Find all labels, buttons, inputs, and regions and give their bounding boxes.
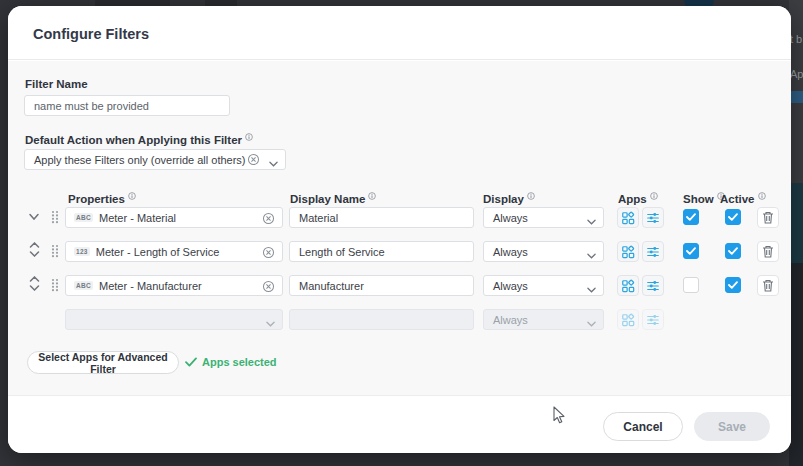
display-select[interactable]: Always bbox=[483, 207, 604, 228]
info-icon bbox=[650, 192, 658, 200]
chevron-down-icon bbox=[266, 317, 275, 329]
apps-selected-status: Apps selected bbox=[185, 356, 277, 368]
property-input[interactable]: ABC Meter - Manufacturer bbox=[65, 275, 283, 296]
property-input[interactable]: ABC Meter - Material bbox=[65, 207, 283, 228]
drag-handle-icon[interactable] bbox=[51, 210, 59, 224]
modal-header: Configure Filters bbox=[8, 6, 791, 60]
background-chip bbox=[790, 91, 803, 103]
check-icon bbox=[185, 357, 197, 367]
display-name-input-disabled bbox=[289, 309, 474, 330]
default-action-value: Apply these Filters only (override all o… bbox=[25, 154, 246, 166]
default-action-select[interactable]: Apply these Filters only (override all o… bbox=[24, 149, 286, 170]
clear-icon[interactable] bbox=[262, 212, 275, 225]
chevron-down-icon[interactable] bbox=[587, 249, 596, 261]
filter-name-value: name must be provided bbox=[25, 100, 149, 112]
info-icon bbox=[527, 192, 535, 200]
delete-row-button[interactable] bbox=[757, 241, 779, 262]
clear-icon[interactable] bbox=[262, 246, 275, 259]
display-name-value: Manufacturer bbox=[290, 280, 364, 292]
property-select-disabled bbox=[65, 309, 283, 330]
show-checkbox[interactable] bbox=[683, 277, 699, 293]
display-name-input[interactable]: Length of Service bbox=[289, 241, 474, 262]
type-badge: ABC bbox=[74, 281, 93, 290]
background-text-fragment: Ap bbox=[790, 68, 803, 80]
modal-body: Filter Name name must be provided Defaul… bbox=[8, 61, 791, 395]
active-checkbox[interactable] bbox=[725, 277, 741, 293]
configure-filters-modal: Configure Filters Filter Name name must … bbox=[8, 6, 791, 453]
sort-updown-icon[interactable] bbox=[29, 276, 40, 291]
display-select-disabled: Always bbox=[483, 309, 604, 330]
apps-icon-button[interactable] bbox=[617, 275, 639, 296]
delete-row-button[interactable] bbox=[757, 275, 779, 296]
advanced-filter-sliders-icon-button[interactable] bbox=[642, 241, 664, 262]
filter-name-input[interactable]: name must be provided bbox=[24, 95, 230, 116]
display-name-value: Material bbox=[290, 212, 338, 224]
modal-title: Configure Filters bbox=[33, 26, 149, 42]
advanced-filter-sliders-icon-button bbox=[642, 309, 664, 330]
chevron-down-icon[interactable] bbox=[587, 283, 596, 295]
drag-handle-icon[interactable] bbox=[51, 244, 59, 258]
cancel-button[interactable]: Cancel bbox=[603, 412, 683, 441]
active-header: Active bbox=[720, 192, 766, 205]
apps-header: Apps bbox=[618, 192, 658, 205]
default-action-label: Default Action when Applying this Filter bbox=[25, 133, 253, 146]
chevron-down-icon[interactable] bbox=[269, 157, 278, 169]
apps-icon-button[interactable] bbox=[617, 207, 639, 228]
chevron-down-icon bbox=[587, 317, 596, 329]
display-name-header: Display Name bbox=[290, 192, 376, 205]
display-select[interactable]: Always bbox=[483, 241, 604, 262]
property-value: Meter - Manufacturer bbox=[99, 280, 202, 292]
show-checkbox[interactable] bbox=[683, 243, 699, 259]
display-value: Always bbox=[484, 314, 528, 326]
advanced-filter-sliders-icon-button[interactable] bbox=[642, 275, 664, 296]
display-value: Always bbox=[484, 280, 528, 292]
clear-icon[interactable] bbox=[247, 153, 260, 166]
filter-name-label: Filter Name bbox=[25, 78, 88, 90]
background-text-fragment: t b bbox=[790, 33, 802, 45]
display-name-value: Length of Service bbox=[290, 246, 385, 258]
info-icon bbox=[245, 133, 253, 141]
advanced-filter-sliders-icon-button[interactable] bbox=[642, 207, 664, 228]
clear-icon[interactable] bbox=[262, 280, 275, 293]
active-checkbox[interactable] bbox=[725, 243, 741, 259]
info-icon bbox=[128, 192, 136, 200]
type-badge: ABC bbox=[74, 213, 93, 222]
chevron-down-icon[interactable] bbox=[28, 213, 40, 221]
display-value: Always bbox=[484, 212, 528, 224]
chevron-down-icon[interactable] bbox=[587, 215, 596, 227]
show-checkbox[interactable] bbox=[683, 209, 699, 225]
active-checkbox[interactable] bbox=[725, 209, 741, 225]
background-dark-panel bbox=[789, 263, 803, 466]
property-input[interactable]: 123 Meter - Length of Service bbox=[65, 241, 283, 262]
apps-icon-button[interactable] bbox=[617, 241, 639, 262]
select-apps-button[interactable]: Select Apps for Advanced Filter bbox=[27, 351, 179, 374]
drag-handle-icon[interactable] bbox=[51, 278, 59, 292]
info-icon bbox=[368, 192, 376, 200]
display-name-input[interactable]: Material bbox=[289, 207, 474, 228]
display-select[interactable]: Always bbox=[483, 275, 604, 296]
display-value: Always bbox=[484, 246, 528, 258]
mouse-cursor bbox=[553, 406, 566, 428]
display-name-input[interactable]: Manufacturer bbox=[289, 275, 474, 296]
show-header: Show bbox=[683, 192, 725, 205]
info-icon bbox=[758, 192, 766, 200]
background-teal-panel bbox=[789, 183, 803, 263]
apps-icon-button bbox=[617, 309, 639, 330]
modal-footer: Cancel Save bbox=[8, 395, 791, 453]
property-value: Meter - Material bbox=[99, 212, 176, 224]
type-badge: 123 bbox=[74, 247, 90, 256]
properties-header: Properties bbox=[68, 192, 136, 205]
sort-updown-icon[interactable] bbox=[29, 242, 40, 257]
save-button[interactable]: Save bbox=[694, 412, 770, 441]
display-header: Display bbox=[483, 192, 535, 205]
apps-selected-label: Apps selected bbox=[202, 356, 277, 368]
delete-row-button[interactable] bbox=[757, 207, 779, 228]
property-value: Meter - Length of Service bbox=[96, 246, 220, 258]
